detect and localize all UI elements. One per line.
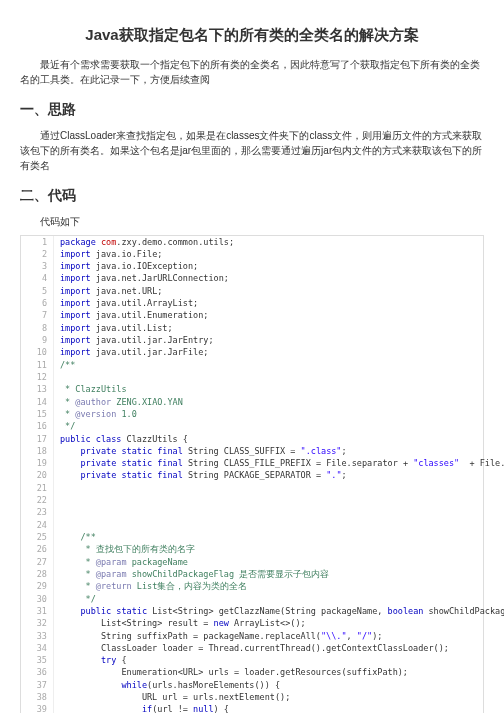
code-line: 36 Enumeration<URL> urls = loader.getRes…: [21, 666, 483, 678]
line-number: 38: [21, 691, 54, 703]
code-block: 1package com.zxy.demo.common.utils;2impo…: [20, 235, 484, 714]
code-line: 12: [21, 371, 483, 383]
code-line: 29 * @return List集合，内容为类的全名: [21, 580, 483, 592]
line-number: 21: [21, 482, 54, 494]
code-source: List<String> result = new ArrayList<>();: [54, 617, 483, 629]
line-number: 13: [21, 383, 54, 395]
line-number: 23: [21, 506, 54, 518]
code-line: 21: [21, 482, 483, 494]
code-source: /**: [54, 359, 483, 371]
code-source: * @param packageName: [54, 556, 483, 568]
code-line: 6import java.util.ArrayList;: [21, 297, 483, 309]
code-source: * @author ZENG.XIAO.YAN: [54, 396, 483, 408]
line-number: 15: [21, 408, 54, 420]
line-number: 9: [21, 334, 54, 346]
code-line: 33 String suffixPath = packageName.repla…: [21, 630, 483, 642]
code-source: [54, 482, 483, 494]
code-line: 5import java.net.URL;: [21, 285, 483, 297]
line-number: 19: [21, 457, 54, 469]
line-number: 30: [21, 593, 54, 605]
code-source: public class ClazzUtils {: [54, 433, 483, 445]
intro-paragraph: 最近有个需求需要获取一个指定包下的所有类的全类名，因此特意写了个获取指定包下所有…: [20, 57, 484, 87]
code-source: private static final String CLASS_FILE_P…: [54, 457, 504, 469]
paragraph-1: 通过ClassLoader来查找指定包，如果是在classes文件夹下的clas…: [20, 128, 484, 173]
line-number: 25: [21, 531, 54, 543]
code-source: String suffixPath = packageName.replaceA…: [54, 630, 483, 642]
code-line: 26 * 查找包下的所有类的名字: [21, 543, 483, 555]
line-number: 10: [21, 346, 54, 358]
line-number: 16: [21, 420, 54, 432]
code-source: import java.util.ArrayList;: [54, 297, 483, 309]
code-line: 19 private static final String CLASS_FIL…: [21, 457, 483, 469]
line-number: 5: [21, 285, 54, 297]
code-source: */: [54, 593, 483, 605]
code-source: URL url = urls.nextElement();: [54, 691, 483, 703]
code-line: 1package com.zxy.demo.common.utils;: [21, 236, 483, 248]
line-number: 11: [21, 359, 54, 371]
line-number: 20: [21, 469, 54, 481]
line-number: 31: [21, 605, 54, 617]
section-heading-1: 一、思路: [20, 99, 484, 120]
line-number: 1: [21, 236, 54, 248]
line-number: 34: [21, 642, 54, 654]
code-line: 25 /**: [21, 531, 483, 543]
section-heading-2: 二、代码: [20, 185, 484, 206]
line-number: 29: [21, 580, 54, 592]
line-number: 33: [21, 630, 54, 642]
code-line: 38 URL url = urls.nextElement();: [21, 691, 483, 703]
line-number: 36: [21, 666, 54, 678]
code-source: import java.io.IOException;: [54, 260, 483, 272]
code-source: * @return List集合，内容为类的全名: [54, 580, 483, 592]
code-line: 4import java.net.JarURLConnection;: [21, 272, 483, 284]
code-source: while(urls.hasMoreElements()) {: [54, 679, 483, 691]
code-line: 15 * @version 1.0: [21, 408, 483, 420]
code-line: 27 * @param packageName: [21, 556, 483, 568]
line-number: 17: [21, 433, 54, 445]
code-source: import java.net.URL;: [54, 285, 483, 297]
code-line: 8import java.util.List;: [21, 322, 483, 334]
line-number: 3: [21, 260, 54, 272]
code-line: 35 try {: [21, 654, 483, 666]
code-source: public static List<String> getClazzName(…: [54, 605, 504, 617]
code-line: 9import java.util.jar.JarEntry;: [21, 334, 483, 346]
line-number: 14: [21, 396, 54, 408]
code-line: 30 */: [21, 593, 483, 605]
code-source: import java.io.File;: [54, 248, 483, 260]
page-title: Java获取指定包名下的所有类的全类名的解决方案: [20, 24, 484, 47]
line-number: 24: [21, 519, 54, 531]
code-line: 32 List<String> result = new ArrayList<>…: [21, 617, 483, 629]
code-source: import java.util.jar.JarEntry;: [54, 334, 483, 346]
code-source: [54, 494, 483, 506]
code-source: import java.util.jar.JarFile;: [54, 346, 483, 358]
code-source: [54, 519, 483, 531]
code-line: 11/**: [21, 359, 483, 371]
paragraph-2: 代码如下: [20, 214, 484, 229]
code-source: try {: [54, 654, 483, 666]
line-number: 18: [21, 445, 54, 457]
code-source: [54, 506, 483, 518]
code-line: 18 private static final String CLASS_SUF…: [21, 445, 483, 457]
code-line: 28 * @param showChildPackageFlag 是否需要显示子…: [21, 568, 483, 580]
code-line: 16 */: [21, 420, 483, 432]
line-number: 22: [21, 494, 54, 506]
code-source: * @version 1.0: [54, 408, 483, 420]
code-source: */: [54, 420, 483, 432]
line-number: 35: [21, 654, 54, 666]
code-source: package com.zxy.demo.common.utils;: [54, 236, 483, 248]
line-number: 2: [21, 248, 54, 260]
code-line: 2import java.io.File;: [21, 248, 483, 260]
line-number: 8: [21, 322, 54, 334]
code-source: import java.util.List;: [54, 322, 483, 334]
line-number: 39: [21, 703, 54, 713]
code-line: 22: [21, 494, 483, 506]
code-source: /**: [54, 531, 483, 543]
line-number: 12: [21, 371, 54, 383]
line-number: 27: [21, 556, 54, 568]
code-source: * ClazzUtils: [54, 383, 483, 395]
code-source: if(url != null) {: [54, 703, 483, 713]
code-source: * 查找包下的所有类的名字: [54, 543, 483, 555]
code-line: 20 private static final String PACKAGE_S…: [21, 469, 483, 481]
code-line: 37 while(urls.hasMoreElements()) {: [21, 679, 483, 691]
line-number: 26: [21, 543, 54, 555]
code-source: private static final String CLASS_SUFFIX…: [54, 445, 483, 457]
